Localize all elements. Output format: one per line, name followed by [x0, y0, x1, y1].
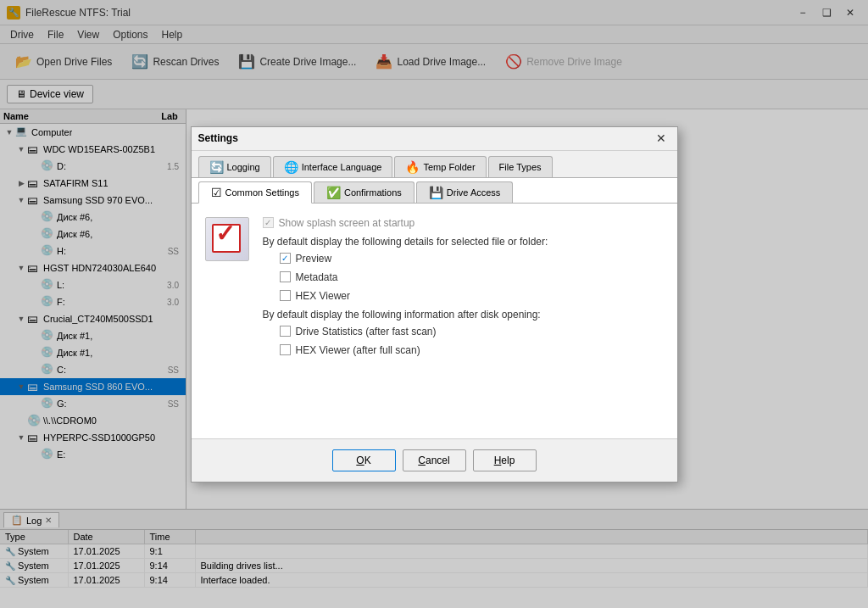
metadata-row: Metadata — [280, 271, 664, 283]
disk-options: Drive Statistics (after fast scan) HEX V… — [263, 326, 664, 356]
settings-big-icon: ✓ — [205, 217, 249, 261]
metadata-checkbox[interactable] — [280, 271, 291, 282]
logging-icon: 🔄 — [209, 160, 224, 174]
hex-viewer-full-row: HEX Viewer (after full scan) — [280, 344, 664, 356]
preview-checkbox[interactable] — [280, 253, 291, 264]
language-label: Interface Language — [302, 162, 382, 172]
checkmark-symbol: ✓ — [215, 222, 235, 246]
file-types-label: File Types — [499, 162, 542, 172]
settings-close-button[interactable]: ✕ — [652, 131, 670, 146]
modal-overlay: Settings ✕ 🔄 Logging 🌐 Interface Languag… — [0, 0, 868, 608]
checkbox-icon-container: ✓ — [212, 224, 242, 254]
section2-label: By default display the following informa… — [263, 309, 664, 321]
confirmations-icon: ✅ — [326, 186, 341, 199]
common-settings-label: Common Settings — [225, 187, 299, 198]
drive-access-icon: 💾 — [429, 186, 443, 199]
tab-interface-language[interactable]: 🌐 Interface Language — [273, 156, 393, 177]
temp-label: Temp Folder — [423, 162, 475, 172]
cancel-button[interactable]: Cancel — [403, 449, 466, 471]
preview-label: Preview — [296, 253, 332, 265]
hex-viewer-full-label: HEX Viewer (after full scan) — [296, 344, 420, 356]
subtab-common-settings[interactable]: ☑ Common Settings — [198, 181, 312, 204]
settings-title-bar: Settings ✕ — [192, 127, 677, 151]
temp-icon: 🔥 — [405, 160, 420, 174]
subtab-confirmations[interactable]: ✅ Confirmations — [314, 181, 415, 203]
drive-stats-checkbox[interactable] — [280, 326, 291, 337]
show-splash-checkbox[interactable] — [263, 217, 274, 228]
logging-label: Logging — [227, 162, 260, 172]
help-button[interactable]: Help — [473, 449, 537, 471]
language-icon: 🌐 — [284, 160, 298, 174]
show-splash-row: Show splash screen at startup — [263, 217, 664, 229]
subtab-drive-access[interactable]: 💾 Drive Access — [416, 181, 514, 203]
tab-temp-folder[interactable]: 🔥 Temp Folder — [394, 156, 486, 177]
settings-sub-tabs: ☑ Common Settings ✅ Confirmations 💾 Driv… — [192, 178, 677, 204]
details-options: Preview Metadata HEX Viewer — [263, 253, 664, 302]
settings-dialog: Settings ✕ 🔄 Logging 🌐 Interface Languag… — [191, 126, 678, 482]
drive-access-label: Drive Access — [447, 187, 501, 198]
drive-stats-row: Drive Statistics (after fast scan) — [280, 326, 664, 337]
settings-top-tabs: 🔄 Logging 🌐 Interface Language 🔥 Temp Fo… — [192, 151, 677, 178]
settings-fields: Show splash screen at startup By default… — [263, 217, 664, 363]
confirmations-label: Confirmations — [344, 187, 402, 198]
preview-row: Preview — [280, 253, 664, 265]
hex-viewer-row: HEX Viewer — [280, 290, 664, 302]
tab-logging[interactable]: 🔄 Logging — [198, 156, 271, 177]
section1-label: By default display the following details… — [263, 236, 664, 248]
hex-viewer-label: HEX Viewer — [296, 290, 350, 302]
settings-footer: OK Cancel Help — [192, 438, 677, 482]
tab-file-types[interactable]: File Types — [488, 156, 553, 177]
metadata-label: Metadata — [296, 271, 338, 283]
drive-stats-label: Drive Statistics (after fast scan) — [296, 326, 437, 337]
common-settings-icon: ☑ — [211, 186, 222, 199]
settings-icon-area: ✓ Show splash screen at startup By defau… — [205, 217, 664, 363]
ok-button[interactable]: OK — [332, 449, 396, 471]
settings-content: ✓ Show splash screen at startup By defau… — [192, 204, 677, 438]
hex-viewer-full-checkbox[interactable] — [280, 344, 291, 355]
settings-title: Settings — [198, 132, 652, 144]
show-splash-label: Show splash screen at startup — [279, 217, 415, 229]
hex-viewer-checkbox[interactable] — [280, 290, 291, 301]
